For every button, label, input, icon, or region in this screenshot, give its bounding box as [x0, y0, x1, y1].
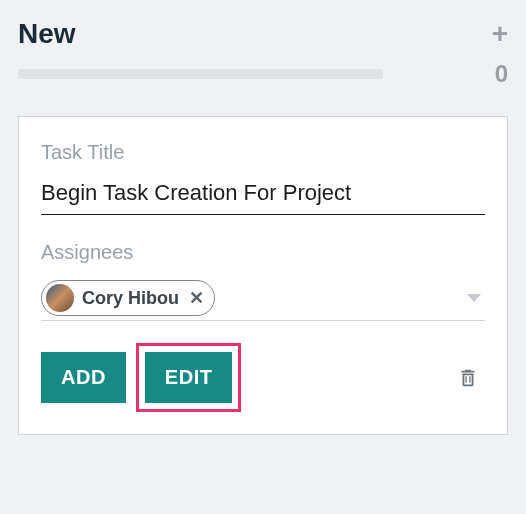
edit-highlight: EDIT — [136, 343, 242, 412]
actions-row: ADD EDIT — [41, 343, 485, 412]
svg-rect-0 — [465, 376, 466, 382]
trash-icon[interactable] — [457, 366, 479, 390]
avatar — [46, 284, 74, 312]
task-card: Task Title Assignees Cory Hibou ✕ ADD ED… — [18, 116, 508, 435]
remove-assignee-icon[interactable]: ✕ — [189, 287, 204, 309]
edit-button[interactable]: EDIT — [145, 352, 233, 403]
assignee-name: Cory Hibou — [82, 288, 179, 309]
assignee-chip[interactable]: Cory Hibou ✕ — [41, 280, 215, 316]
column-title: New — [18, 18, 76, 50]
add-column-item-icon[interactable]: + — [492, 20, 508, 48]
svg-rect-1 — [469, 376, 470, 382]
column-count: 0 — [495, 60, 508, 88]
assignees-label: Assignees — [41, 241, 485, 264]
progress-row: 0 — [18, 60, 508, 88]
assignees-field[interactable]: Cory Hibou ✕ — [41, 280, 485, 321]
add-button[interactable]: ADD — [41, 352, 126, 403]
task-title-label: Task Title — [41, 141, 485, 164]
task-title-input[interactable] — [41, 180, 485, 215]
dropdown-caret-icon[interactable] — [467, 294, 481, 302]
progress-bar — [18, 69, 383, 79]
column-header: New + — [18, 18, 508, 50]
